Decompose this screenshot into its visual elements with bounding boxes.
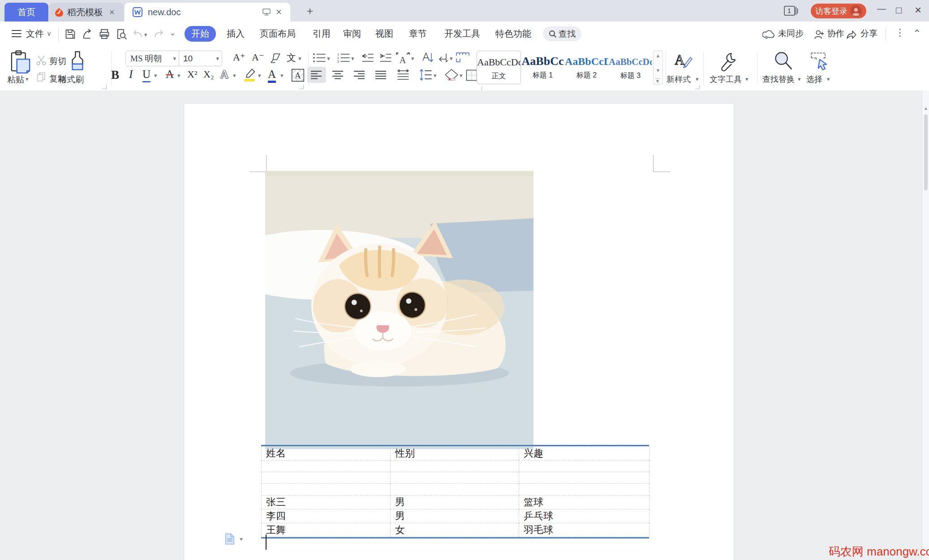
vertical-scrollbar[interactable]: ▲ [922, 90, 929, 560]
line-spacing-button[interactable] [419, 69, 432, 81]
italic-button[interactable]: I [129, 68, 133, 81]
tab-review[interactable]: 审阅 [343, 28, 361, 40]
char-shading-icon[interactable]: A [291, 69, 305, 82]
font-color-dropdown-icon[interactable]: ▾ [280, 72, 284, 79]
table-row[interactable]: 张三 男 篮球 [262, 495, 649, 509]
highlight-dropdown-icon[interactable]: ▾ [258, 72, 261, 79]
shrink-font-button[interactable]: A⁻ [252, 52, 264, 63]
strikethrough-button[interactable]: A [166, 68, 174, 81]
cell-name[interactable]: 王舞 [262, 523, 391, 537]
guest-login-button[interactable]: 访客登录 [811, 4, 866, 18]
style-card-normal[interactable]: AaBbCcDd 正文 [477, 51, 521, 84]
format-painter-icon[interactable] [68, 51, 87, 71]
window-count-icon[interactable]: 1 [784, 6, 798, 16]
style-card-heading1[interactable]: AaBbCc 标题 1 [521, 51, 564, 83]
document-table[interactable]: 姓名 性别 兴趣 张三 男 篮球 李四 男 乒乓球 [261, 445, 649, 538]
undo-dropdown-icon[interactable]: ▾ [144, 31, 147, 38]
docer-template-tab[interactable]: 稻壳模板 × [49, 3, 124, 22]
font-name-select[interactable]: MS 明朝 ▾ [125, 51, 179, 66]
toolbar-more-icon[interactable]: ⌄ [169, 28, 176, 38]
share-icon[interactable] [846, 29, 857, 40]
paste-dropdown-icon[interactable]: ▾ [26, 76, 29, 82]
screen-share-icon[interactable] [262, 9, 271, 16]
style-card-heading3[interactable]: AaBbCcDd 标题 3 [609, 51, 652, 83]
subscript-button[interactable]: X₂ [203, 69, 214, 80]
style-card-heading2[interactable]: AaBbCcD 标题 2 [565, 51, 608, 83]
paragraph-mark-dropdown-icon[interactable]: ▾ [450, 55, 453, 62]
home-tab[interactable]: 首页 [4, 3, 48, 22]
sync-status-label[interactable]: 未同步 [778, 28, 804, 39]
document-canvas[interactable]: 姓名 性别 兴趣 张三 男 篮球 李四 男 乒乓球 [0, 90, 929, 560]
find-replace-icon[interactable] [773, 51, 793, 71]
document-tab[interactable]: new.doc × [125, 3, 290, 22]
tab-view[interactable]: 视图 [375, 28, 393, 40]
table-row[interactable]: 李四 男 乒乓球 [262, 509, 649, 523]
clear-format-icon[interactable] [270, 52, 281, 64]
new-tab-button[interactable]: ＋ [305, 4, 315, 18]
cell-name[interactable]: 张三 [262, 495, 391, 509]
highlight-color-icon[interactable] [243, 68, 256, 82]
tab-special-features[interactable]: 特色功能 [495, 28, 531, 40]
style-gallery-scroll[interactable]: ▲ ▼ ▼ [653, 51, 663, 84]
copy-icon[interactable] [37, 72, 46, 82]
hamburger-icon[interactable] [12, 30, 22, 38]
close-window-button[interactable]: × [915, 3, 921, 17]
find-replace-dropdown-icon[interactable]: ▾ [798, 76, 801, 82]
student-table[interactable]: 姓名 性别 兴趣 张三 男 篮球 李四 男 乒乓球 [261, 446, 649, 537]
cat-photo[interactable] [265, 171, 533, 449]
paste-label[interactable]: 粘贴 [7, 74, 24, 86]
cell-hobby[interactable]: 篮球 [519, 495, 649, 509]
document-tab-close-icon[interactable]: × [276, 6, 282, 18]
paste-options-dropdown-icon[interactable]: ▾ [240, 535, 243, 543]
file-menu[interactable]: 文件 [26, 28, 44, 40]
tab-ruler-icon[interactable] [456, 52, 469, 62]
paste-icon[interactable] [10, 50, 31, 73]
save-icon[interactable] [65, 28, 76, 40]
cell-gender[interactable]: 女 [391, 523, 519, 537]
gallery-more-icon[interactable]: ▼ [655, 78, 660, 84]
superscript-button[interactable]: X² [187, 69, 197, 80]
new-style-dropdown-icon[interactable]: ▾ [696, 76, 699, 82]
justify-button[interactable] [375, 70, 387, 79]
tab-home-ribbon[interactable]: 开始 [185, 26, 216, 42]
increase-indent-icon[interactable] [379, 52, 391, 63]
bold-button[interactable]: B [111, 68, 119, 82]
text-tool-dropdown-icon[interactable]: ▾ [745, 76, 748, 82]
collaborate-label[interactable]: 协作 [827, 28, 844, 39]
tab-insert[interactable]: 插入 [227, 28, 245, 40]
cut-label[interactable]: 剪切 [49, 56, 66, 67]
export-icon[interactable] [82, 28, 93, 40]
header-cell[interactable]: 性别 [391, 447, 519, 461]
underline-button[interactable]: U [142, 68, 151, 82]
sync-cloud-icon[interactable] [762, 30, 776, 39]
header-cell[interactable]: 兴趣 [519, 447, 649, 461]
shading-dropdown-icon[interactable]: ▾ [460, 72, 463, 79]
select-dropdown-icon[interactable]: ▾ [827, 76, 830, 82]
minimize-button[interactable]: — [877, 4, 886, 14]
table-empty-row[interactable] [262, 461, 649, 472]
print-icon[interactable] [99, 28, 110, 40]
paste-options-icon[interactable] [224, 533, 236, 545]
paragraph-mark-icon[interactable] [437, 52, 449, 63]
undo-icon[interactable] [133, 29, 143, 39]
file-menu-expand-icon[interactable]: ∨ [47, 30, 52, 38]
table-row[interactable]: 王舞 女 羽毛球 [262, 523, 649, 537]
line-spacing-dropdown-icon[interactable]: ▾ [434, 72, 437, 79]
cell-gender[interactable]: 男 [391, 495, 519, 509]
cell-name[interactable]: 李四 [262, 509, 391, 523]
tab-section[interactable]: 章节 [409, 28, 427, 40]
document-page[interactable]: 姓名 性别 兴趣 张三 男 篮球 李四 男 乒乓球 [184, 103, 734, 560]
gallery-scroll-down-icon[interactable]: ▼ [654, 68, 662, 73]
decrease-indent-icon[interactable] [361, 52, 374, 63]
table-empty-row[interactable] [262, 472, 649, 484]
print-preview-icon[interactable] [116, 28, 127, 40]
text-effects-dropdown-icon[interactable]: ▾ [233, 72, 236, 79]
format-painter-label[interactable]: 格式刷 [58, 74, 84, 86]
distribute-button[interactable] [397, 69, 409, 80]
maximize-button[interactable]: □ [896, 4, 902, 16]
grow-font-button[interactable]: A⁺ [233, 52, 245, 63]
redo-icon[interactable] [153, 29, 164, 39]
char-scale-dropdown-icon[interactable]: ▾ [411, 55, 414, 62]
numbered-list-dropdown-icon[interactable]: ▾ [351, 55, 354, 62]
text-direction-icon[interactable] [421, 52, 434, 64]
